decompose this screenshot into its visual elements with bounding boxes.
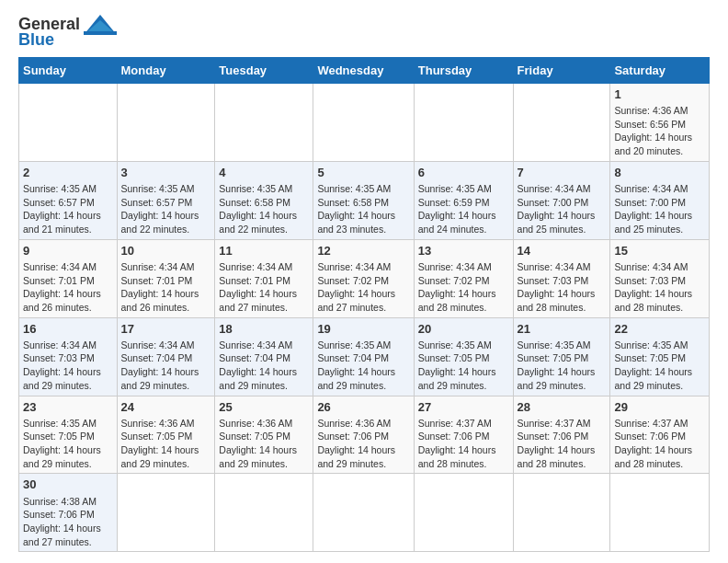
day-header-saturday: Saturday bbox=[610, 57, 710, 83]
day-number: 7 bbox=[518, 165, 607, 181]
day-header-wednesday: Wednesday bbox=[313, 57, 414, 83]
calendar-cell: 20Sunrise: 4:35 AM Sunset: 7:05 PM Dayli… bbox=[414, 317, 513, 396]
day-info: Sunrise: 4:34 AM Sunset: 7:04 PM Dayligh… bbox=[219, 339, 309, 393]
day-number: 13 bbox=[418, 243, 509, 259]
day-info: Sunrise: 4:34 AM Sunset: 7:01 PM Dayligh… bbox=[23, 260, 113, 315]
calendar-cell bbox=[313, 474, 414, 552]
calendar-cell: 11Sunrise: 4:34 AM Sunset: 7:01 PM Dayli… bbox=[215, 239, 313, 317]
calendar-cell: 3Sunrise: 4:35 AM Sunset: 6:57 PM Daylig… bbox=[117, 161, 215, 239]
day-info: Sunrise: 4:35 AM Sunset: 7:04 PM Dayligh… bbox=[317, 339, 409, 393]
day-number: 20 bbox=[418, 321, 509, 338]
day-number: 14 bbox=[518, 243, 607, 259]
day-number: 1 bbox=[614, 86, 705, 103]
logo-icon bbox=[84, 15, 117, 35]
day-number: 16 bbox=[23, 321, 113, 338]
day-number: 19 bbox=[317, 321, 409, 338]
day-info: Sunrise: 4:34 AM Sunset: 7:03 PM Dayligh… bbox=[614, 260, 705, 315]
calendar-cell: 13Sunrise: 4:34 AM Sunset: 7:02 PM Dayli… bbox=[414, 239, 513, 317]
calendar-cell: 24Sunrise: 4:36 AM Sunset: 7:05 PM Dayli… bbox=[117, 396, 215, 474]
logo: General Blue bbox=[18, 15, 117, 50]
calendar-cell: 21Sunrise: 4:35 AM Sunset: 7:05 PM Dayli… bbox=[513, 317, 610, 396]
day-number: 8 bbox=[614, 165, 705, 181]
calendar-cell bbox=[513, 83, 610, 161]
day-info: Sunrise: 4:36 AM Sunset: 7:05 PM Dayligh… bbox=[219, 417, 309, 471]
day-number: 24 bbox=[121, 399, 211, 416]
day-number: 29 bbox=[614, 399, 705, 416]
calendar-cell: 5Sunrise: 4:35 AM Sunset: 6:58 PM Daylig… bbox=[313, 161, 414, 239]
day-info: Sunrise: 4:34 AM Sunset: 7:00 PM Dayligh… bbox=[518, 182, 607, 236]
calendar-cell: 6Sunrise: 4:35 AM Sunset: 6:59 PM Daylig… bbox=[414, 161, 513, 239]
day-number: 26 bbox=[317, 399, 409, 416]
day-number: 12 bbox=[317, 243, 409, 259]
day-info: Sunrise: 4:34 AM Sunset: 7:03 PM Dayligh… bbox=[518, 260, 607, 315]
calendar-cell bbox=[215, 474, 313, 552]
day-info: Sunrise: 4:35 AM Sunset: 7:05 PM Dayligh… bbox=[23, 417, 113, 471]
calendar-cell bbox=[610, 474, 710, 552]
day-info: Sunrise: 4:35 AM Sunset: 6:57 PM Dayligh… bbox=[121, 182, 211, 236]
calendar-cell: 2Sunrise: 4:35 AM Sunset: 6:57 PM Daylig… bbox=[19, 161, 118, 239]
day-number: 21 bbox=[518, 321, 607, 338]
logo-blue: Blue bbox=[18, 31, 54, 50]
day-number: 23 bbox=[23, 399, 113, 416]
calendar-cell: 10Sunrise: 4:34 AM Sunset: 7:01 PM Dayli… bbox=[117, 239, 215, 317]
calendar-cell: 14Sunrise: 4:34 AM Sunset: 7:03 PM Dayli… bbox=[513, 239, 610, 317]
calendar-cell: 25Sunrise: 4:36 AM Sunset: 7:05 PM Dayli… bbox=[215, 396, 313, 474]
calendar-cell bbox=[414, 474, 513, 552]
calendar-cell: 17Sunrise: 4:34 AM Sunset: 7:04 PM Dayli… bbox=[117, 317, 215, 396]
day-info: Sunrise: 4:36 AM Sunset: 6:56 PM Dayligh… bbox=[614, 104, 705, 158]
day-header-tuesday: Tuesday bbox=[215, 57, 313, 83]
day-number: 2 bbox=[23, 165, 113, 181]
day-info: Sunrise: 4:35 AM Sunset: 7:05 PM Dayligh… bbox=[614, 339, 705, 393]
day-header-friday: Friday bbox=[513, 57, 610, 83]
day-number: 4 bbox=[219, 165, 309, 181]
day-info: Sunrise: 4:34 AM Sunset: 7:02 PM Dayligh… bbox=[317, 260, 409, 315]
calendar-cell bbox=[19, 83, 118, 161]
day-number: 28 bbox=[518, 399, 607, 416]
calendar: SundayMondayTuesdayWednesdayThursdayFrid… bbox=[18, 57, 710, 553]
calendar-cell bbox=[215, 83, 313, 161]
calendar-cell: 9Sunrise: 4:34 AM Sunset: 7:01 PM Daylig… bbox=[19, 239, 118, 317]
day-info: Sunrise: 4:34 AM Sunset: 7:04 PM Dayligh… bbox=[121, 339, 211, 393]
calendar-cell: 8Sunrise: 4:34 AM Sunset: 7:00 PM Daylig… bbox=[610, 161, 710, 239]
day-info: Sunrise: 4:37 AM Sunset: 7:06 PM Dayligh… bbox=[518, 417, 607, 471]
day-number: 9 bbox=[23, 243, 113, 259]
calendar-cell bbox=[117, 83, 215, 161]
day-info: Sunrise: 4:34 AM Sunset: 7:00 PM Dayligh… bbox=[614, 182, 705, 236]
svg-rect-2 bbox=[84, 31, 117, 35]
day-info: Sunrise: 4:38 AM Sunset: 7:06 PM Dayligh… bbox=[23, 495, 113, 549]
day-info: Sunrise: 4:35 AM Sunset: 6:57 PM Dayligh… bbox=[23, 182, 113, 236]
day-info: Sunrise: 4:34 AM Sunset: 7:01 PM Dayligh… bbox=[219, 260, 309, 315]
day-header-monday: Monday bbox=[117, 57, 215, 83]
day-number: 22 bbox=[614, 321, 705, 338]
day-number: 27 bbox=[418, 399, 509, 416]
calendar-cell: 19Sunrise: 4:35 AM Sunset: 7:04 PM Dayli… bbox=[313, 317, 414, 396]
day-number: 17 bbox=[121, 321, 211, 338]
calendar-cell: 4Sunrise: 4:35 AM Sunset: 6:58 PM Daylig… bbox=[215, 161, 313, 239]
calendar-cell: 26Sunrise: 4:36 AM Sunset: 7:06 PM Dayli… bbox=[313, 396, 414, 474]
day-info: Sunrise: 4:34 AM Sunset: 7:03 PM Dayligh… bbox=[23, 339, 113, 393]
day-info: Sunrise: 4:37 AM Sunset: 7:06 PM Dayligh… bbox=[418, 417, 509, 471]
day-header-sunday: Sunday bbox=[19, 57, 118, 83]
calendar-cell bbox=[117, 474, 215, 552]
calendar-cell: 23Sunrise: 4:35 AM Sunset: 7:05 PM Dayli… bbox=[19, 396, 118, 474]
day-header-thursday: Thursday bbox=[414, 57, 513, 83]
calendar-cell: 27Sunrise: 4:37 AM Sunset: 7:06 PM Dayli… bbox=[414, 396, 513, 474]
calendar-cell: 30Sunrise: 4:38 AM Sunset: 7:06 PM Dayli… bbox=[19, 474, 118, 552]
calendar-cell bbox=[313, 83, 414, 161]
day-info: Sunrise: 4:34 AM Sunset: 7:01 PM Dayligh… bbox=[121, 260, 211, 315]
day-number: 10 bbox=[121, 243, 211, 259]
day-number: 5 bbox=[317, 165, 409, 181]
calendar-cell: 29Sunrise: 4:37 AM Sunset: 7:06 PM Dayli… bbox=[610, 396, 710, 474]
day-info: Sunrise: 4:36 AM Sunset: 7:05 PM Dayligh… bbox=[121, 417, 211, 471]
calendar-cell: 1Sunrise: 4:36 AM Sunset: 6:56 PM Daylig… bbox=[610, 83, 710, 161]
calendar-cell bbox=[513, 474, 610, 552]
day-number: 6 bbox=[418, 165, 509, 181]
day-number: 15 bbox=[614, 243, 705, 259]
day-info: Sunrise: 4:35 AM Sunset: 6:58 PM Dayligh… bbox=[219, 182, 309, 236]
day-info: Sunrise: 4:35 AM Sunset: 6:59 PM Dayligh… bbox=[418, 182, 509, 236]
calendar-cell bbox=[414, 83, 513, 161]
day-info: Sunrise: 4:37 AM Sunset: 7:06 PM Dayligh… bbox=[614, 417, 705, 471]
calendar-cell: 18Sunrise: 4:34 AM Sunset: 7:04 PM Dayli… bbox=[215, 317, 313, 396]
calendar-cell: 12Sunrise: 4:34 AM Sunset: 7:02 PM Dayli… bbox=[313, 239, 414, 317]
day-number: 25 bbox=[219, 399, 309, 416]
